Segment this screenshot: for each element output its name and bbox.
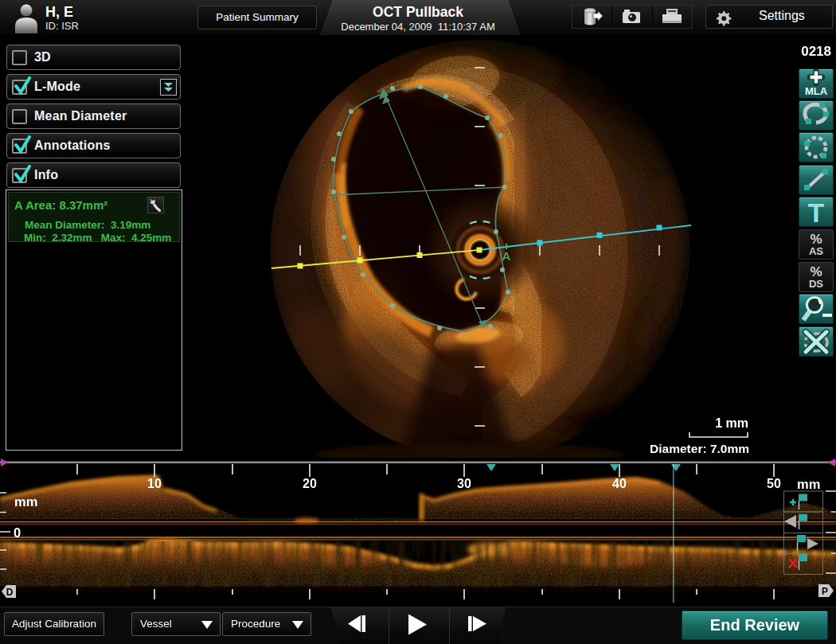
svg-text:10: 10 bbox=[147, 477, 162, 490]
svg-text:D: D bbox=[6, 587, 14, 598]
svg-text:0: 0 bbox=[14, 525, 21, 540]
svg-text:1 mm: 1 mm bbox=[715, 416, 748, 430]
svg-text:mm: mm bbox=[797, 477, 820, 491]
svg-text:MLA: MLA bbox=[805, 85, 828, 97]
svg-text:50: 50 bbox=[767, 477, 781, 490]
svg-text:P: P bbox=[822, 586, 828, 597]
svg-text:T: T bbox=[808, 197, 825, 226]
svg-text:30: 30 bbox=[457, 477, 471, 490]
svg-text:20: 20 bbox=[303, 477, 317, 490]
svg-text:A: A bbox=[502, 249, 511, 263]
svg-text:40: 40 bbox=[612, 477, 627, 490]
svg-text:mm: mm bbox=[14, 494, 37, 509]
svg-text:Diameter: 7.0mm: Diameter: 7.0mm bbox=[650, 442, 749, 455]
